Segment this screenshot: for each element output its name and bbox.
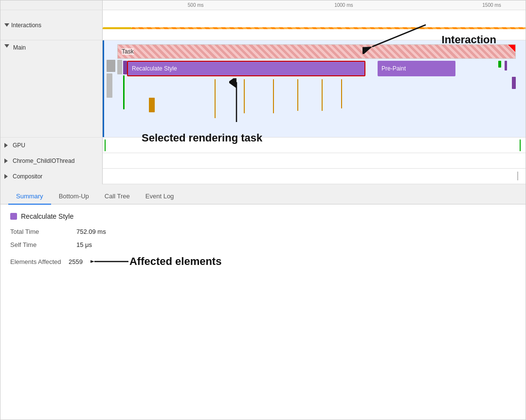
compositor-row: Compositor — [0, 169, 526, 184]
summary-section: Recalculate Style Total Time 752.09 ms S… — [0, 205, 526, 277]
task-red-corner — [508, 45, 515, 52]
self-time-row: Self Time 15 μs — [10, 241, 516, 248]
compositor-label: Compositor — [13, 173, 42, 180]
tick-500: 500 ms — [188, 2, 204, 8]
total-time-row: Total Time 752.09 ms — [10, 228, 516, 235]
recalc-bar[interactable]: Recalculate Style — [127, 61, 365, 76]
small-gray-1 — [107, 60, 115, 72]
tabs-bar: Summary Bottom-Up Call Tree Event Log — [0, 184, 526, 205]
task-bar[interactable]: Task — [117, 44, 516, 59]
chrome-child-expand-icon[interactable] — [4, 158, 8, 163]
self-time-label: Self Time — [10, 241, 69, 248]
main-row: Main Task Recalculate Style — [0, 40, 526, 138]
gpu-green-1 — [105, 140, 106, 151]
main-track-content: Task Recalculate Style Pre-Paint — [103, 40, 526, 137]
affected-elements-annotation: Affected elements — [129, 255, 222, 268]
gpu-header: GPU — [0, 138, 103, 153]
summary-title: Recalculate Style — [10, 212, 516, 220]
purple-icon — [10, 213, 17, 220]
tab-event-log[interactable]: Event Log — [138, 189, 182, 205]
small-gray-3 — [107, 73, 112, 98]
chrome-child-label: Chrome_ChildIOThread — [13, 158, 74, 164]
tick-1500: 1500 ms — [482, 2, 501, 8]
green-bar-1 — [123, 75, 125, 109]
interaction-bar[interactable]: Pointer — [132, 27, 526, 29]
task-label: Task — [122, 48, 134, 55]
interaction-bar-area: Pointer — [103, 21, 526, 29]
small-green-r1 — [498, 61, 501, 68]
gpu-row: GPU — [0, 138, 526, 153]
tab-call-tree[interactable]: Call Tree — [97, 189, 138, 205]
main-expand-icon[interactable] — [4, 44, 9, 48]
orange-marker-1 — [215, 79, 216, 118]
orange-block-1 — [149, 98, 155, 112]
orange-marker-5 — [322, 79, 323, 111]
selected-rendering-arrow — [229, 78, 244, 122]
time-ruler: 500 ms 1000 ms 1500 ms — [0, 0, 526, 10]
gpu-track — [103, 138, 526, 153]
compositor-bar — [517, 172, 518, 180]
gpu-label: GPU — [13, 142, 25, 149]
total-time-value: 752.09 ms — [76, 228, 106, 235]
elements-affected-row: Elements Affected 2559 Affected elements — [10, 254, 516, 269]
small-purple-1 — [123, 61, 127, 74]
chrome-child-header: Chrome_ChildIOThread — [0, 153, 103, 169]
prepaint-label: Pre-Paint — [381, 65, 406, 72]
self-time-value: 15 μs — [76, 241, 92, 248]
tab-bottom-up[interactable]: Bottom-Up — [51, 189, 97, 205]
orange-marker-2 — [244, 79, 245, 113]
affected-arrow-svg — [91, 254, 129, 269]
small-gray-2 — [117, 60, 122, 74]
interactions-expand-icon[interactable] — [4, 23, 9, 27]
prepaint-bar[interactable]: Pre-Paint — [378, 61, 455, 76]
orange-marker-3 — [273, 79, 274, 113]
main-label: Main — [13, 44, 26, 51]
chrome-child-row: Chrome_ChildIOThread — [0, 153, 526, 169]
tab-summary[interactable]: Summary — [8, 189, 51, 205]
elements-label: Elements Affected — [10, 258, 69, 265]
chrome-child-track — [103, 153, 526, 168]
yellow-block — [103, 27, 132, 29]
full-layout: 500 ms 1000 ms 1500 ms Interactions Poin… — [0, 0, 526, 277]
ruler-header — [0, 0, 103, 10]
orange-marker-4 — [297, 79, 298, 111]
compositor-expand-icon[interactable] — [4, 174, 8, 179]
summary-title-text: Recalculate Style — [21, 212, 73, 220]
interactions-header: Interactions — [0, 10, 103, 40]
main-header: Main — [0, 40, 103, 137]
orange-marker-6 — [341, 79, 342, 108]
small-purple-r1 — [505, 61, 507, 70]
interactions-label: Interactions — [11, 22, 41, 29]
compositor-track — [103, 169, 526, 184]
small-purple-r2 — [512, 77, 516, 89]
tick-1000: 1000 ms — [334, 2, 353, 8]
ruler-ticks: 500 ms 1000 ms 1500 ms — [103, 0, 526, 10]
main-left-border — [103, 40, 104, 137]
gpu-expand-icon[interactable] — [4, 143, 8, 148]
total-time-label: Total Time — [10, 228, 69, 235]
gpu-green-2 — [520, 140, 521, 151]
compositor-header: Compositor — [0, 169, 103, 184]
interactions-row: Interactions Pointer — [0, 10, 526, 40]
recalc-label: Recalculate Style — [132, 65, 177, 72]
elements-value: 2559 — [69, 258, 83, 265]
